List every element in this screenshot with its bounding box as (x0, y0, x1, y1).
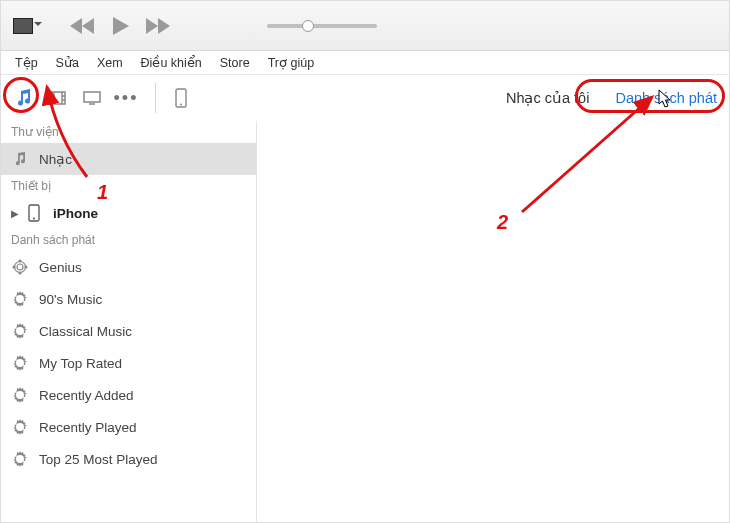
next-track-button[interactable] (143, 17, 171, 35)
gear-icon (11, 450, 29, 468)
main-area: Thư viện Nhạc Thiết bị ▶ iPhone Danh sác… (1, 121, 729, 523)
tv-library-button[interactable] (77, 83, 107, 113)
more-library-button[interactable]: ••• (111, 83, 141, 113)
sidebar-item-playlist[interactable]: My Top Rated (1, 347, 256, 379)
volume-slider[interactable] (267, 24, 377, 28)
sidebar: Thư viện Nhạc Thiết bị ▶ iPhone Danh sác… (1, 121, 257, 523)
sidebar-item-genius[interactable]: Genius (1, 251, 256, 283)
gear-icon (11, 418, 29, 436)
sidebar-item-label: Recently Added (39, 388, 134, 403)
sidebar-item-label: 90's Music (39, 292, 102, 307)
annotation-label-1: 1 (97, 181, 108, 204)
sidebar-item-playlist[interactable]: Recently Added (1, 379, 256, 411)
menu-store[interactable]: Store (212, 54, 258, 72)
ellipsis-icon: ••• (114, 88, 139, 109)
svg-point-15 (19, 260, 21, 262)
music-note-icon (11, 150, 29, 168)
sidebar-item-label: Recently Played (39, 420, 137, 435)
phone-icon (25, 204, 43, 222)
window-menu-button[interactable] (13, 18, 33, 34)
movies-library-button[interactable] (43, 83, 73, 113)
toolbar: ••• Nhạc của tôi Danh sách phát (1, 75, 729, 121)
gear-icon (11, 322, 29, 340)
annotation-label-2: 2 (497, 211, 508, 234)
tab-my-music[interactable]: Nhạc của tôi (502, 86, 593, 110)
disclosure-triangle-icon[interactable]: ▶ (11, 208, 19, 219)
gear-icon (11, 386, 29, 404)
menu-bar: Tệp Sửa Xem Điều khiển Store Trợ giúp (1, 51, 729, 75)
menu-view[interactable]: Xem (89, 54, 131, 72)
gear-icon (11, 290, 29, 308)
sidebar-item-playlist[interactable]: Classical Music (1, 315, 256, 347)
play-button[interactable] (109, 15, 131, 37)
content-tabs: Nhạc của tôi Danh sách phát (502, 86, 721, 110)
sidebar-item-label: Classical Music (39, 324, 132, 339)
menu-file[interactable]: Tệp (7, 53, 46, 72)
tab-playlists[interactable]: Danh sách phát (611, 86, 721, 110)
svg-point-10 (180, 104, 182, 106)
menu-help[interactable]: Trợ giúp (260, 53, 322, 72)
menu-edit[interactable]: Sửa (48, 53, 87, 72)
content-area: 1 2 (257, 121, 729, 523)
genius-icon (11, 258, 29, 276)
sidebar-item-playlist[interactable]: 90's Music (1, 283, 256, 315)
svg-point-12 (33, 218, 35, 220)
svg-point-18 (25, 266, 27, 268)
music-library-button[interactable] (9, 83, 39, 113)
svg-point-13 (17, 264, 23, 270)
sidebar-header-devices: Thiết bị (1, 175, 256, 197)
gear-icon (11, 354, 29, 372)
toolbar-divider (155, 83, 156, 113)
sidebar-item-playlist[interactable]: Recently Played (1, 411, 256, 443)
device-button[interactable] (166, 83, 196, 113)
sidebar-header-playlists: Danh sách phát (1, 229, 256, 251)
menu-controls[interactable]: Điều khiển (133, 53, 210, 72)
sidebar-item-music[interactable]: Nhạc (1, 143, 256, 175)
svg-rect-7 (84, 92, 100, 102)
sidebar-item-device[interactable]: ▶ iPhone (1, 197, 256, 229)
sidebar-item-label: iPhone (53, 206, 98, 221)
sidebar-item-playlist[interactable]: Top 25 Most Played (1, 443, 256, 475)
svg-point-16 (19, 272, 21, 274)
sidebar-item-label: Genius (39, 260, 82, 275)
sidebar-item-label: Top 25 Most Played (39, 452, 158, 467)
sidebar-item-label: My Top Rated (39, 356, 122, 371)
playback-bar (1, 1, 729, 51)
svg-point-17 (13, 266, 15, 268)
previous-track-button[interactable] (69, 17, 97, 35)
svg-point-14 (15, 262, 26, 273)
svg-rect-0 (51, 92, 65, 104)
sidebar-header-library: Thư viện (1, 121, 256, 143)
sidebar-item-label: Nhạc (39, 151, 72, 167)
